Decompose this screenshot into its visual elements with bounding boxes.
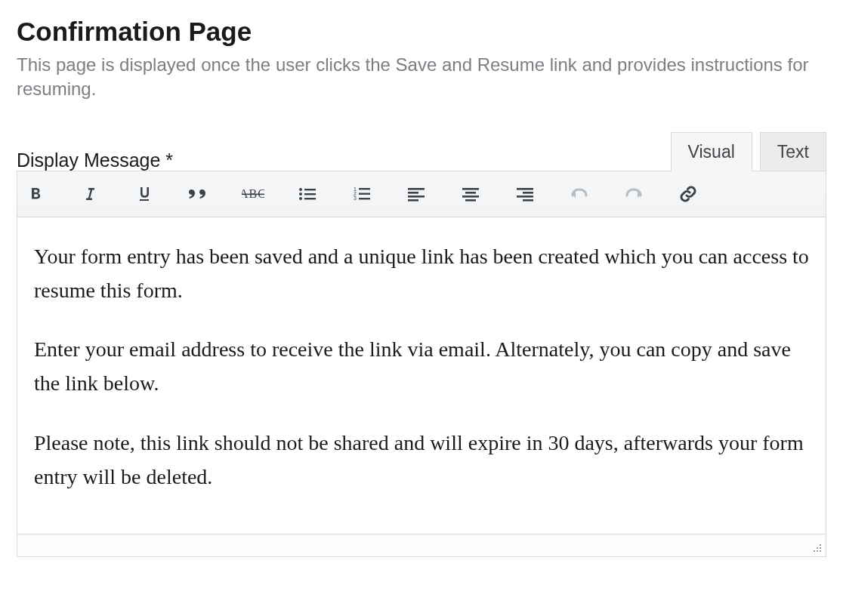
svg-point-1 [299, 188, 302, 191]
blockquote-button[interactable] [187, 182, 211, 206]
svg-text:3: 3 [354, 196, 357, 201]
svg-rect-24 [523, 199, 533, 202]
tab-visual[interactable]: Visual [671, 132, 752, 171]
svg-rect-12 [359, 198, 370, 199]
redo-button[interactable] [622, 182, 646, 206]
svg-rect-6 [304, 198, 316, 199]
bulleted-list-button[interactable] [295, 182, 320, 206]
svg-rect-2 [304, 189, 316, 190]
undo-button[interactable] [567, 182, 591, 206]
align-right-button[interactable] [513, 182, 537, 206]
svg-rect-26 [817, 547, 818, 549]
svg-text:ABC: ABC [242, 187, 264, 200]
resize-handle-icon[interactable] [812, 543, 823, 553]
link-button[interactable] [676, 182, 700, 206]
svg-rect-23 [517, 196, 533, 198]
svg-rect-28 [814, 550, 815, 552]
svg-point-5 [299, 197, 302, 200]
svg-rect-18 [465, 192, 476, 194]
svg-rect-14 [408, 192, 418, 194]
page-title: Confirmation Page [17, 17, 826, 47]
svg-rect-10 [359, 192, 370, 194]
svg-rect-16 [408, 199, 418, 202]
svg-rect-8 [359, 188, 370, 189]
numbered-list-button[interactable]: 123 [350, 182, 374, 206]
editor-paragraph: Please note, this link should not be sha… [34, 427, 809, 494]
svg-rect-13 [408, 188, 425, 190]
editor-content[interactable]: Your form entry has been saved and a uni… [17, 217, 826, 534]
svg-rect-21 [517, 188, 533, 190]
editor-paragraph: Your form entry has been saved and a uni… [34, 240, 809, 308]
strikethrough-button[interactable]: ABC [241, 182, 265, 206]
editor-paragraph: Enter your email address to receive the … [34, 333, 809, 401]
svg-rect-19 [462, 196, 479, 198]
display-message-label: Display Message * [17, 149, 173, 171]
align-left-button[interactable] [404, 182, 428, 206]
page-subtitle: This page is displayed once the user cli… [17, 53, 826, 102]
svg-rect-27 [820, 547, 821, 549]
align-center-button[interactable] [459, 182, 483, 206]
svg-rect-30 [820, 550, 821, 552]
svg-rect-25 [820, 544, 821, 546]
editor-status-bar [17, 534, 826, 557]
svg-rect-29 [817, 550, 818, 552]
svg-rect-22 [523, 192, 533, 194]
tab-text[interactable]: Text [760, 132, 826, 171]
svg-rect-17 [462, 188, 479, 190]
italic-button[interactable] [78, 182, 102, 206]
svg-rect-15 [408, 196, 425, 198]
underline-button[interactable] [132, 182, 156, 206]
svg-rect-4 [304, 193, 316, 195]
bold-button[interactable] [23, 182, 48, 206]
editor-tabs: Visual Text [671, 132, 826, 171]
svg-point-3 [299, 192, 302, 196]
svg-rect-20 [465, 199, 476, 202]
editor-toolbar: ABC 123 [17, 171, 826, 217]
